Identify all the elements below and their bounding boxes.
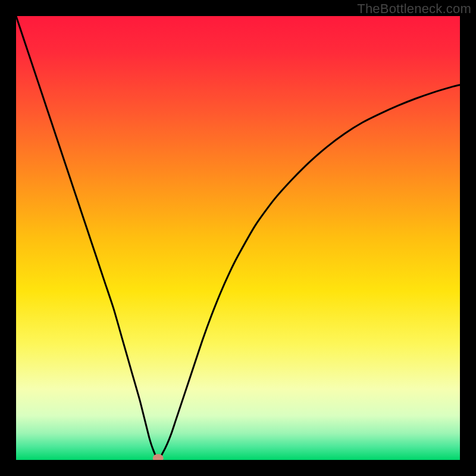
chart-svg	[16, 16, 460, 460]
chart-frame: TheBottleneck.com	[0, 0, 476, 476]
watermark-text: TheBottleneck.com	[357, 1, 471, 17]
chart-background	[16, 16, 460, 460]
plot-area	[16, 16, 460, 460]
